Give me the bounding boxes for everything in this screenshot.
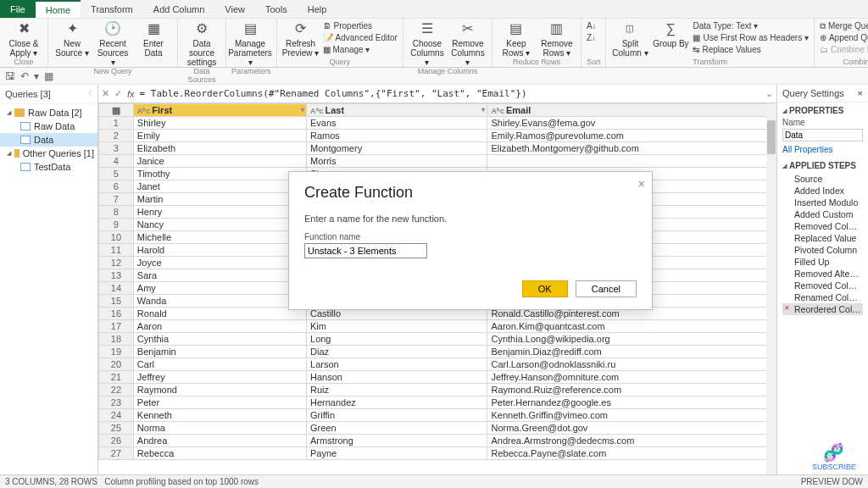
table-row[interactable]: 27RebeccaPayneRebecca.Payne@slate.com [99, 447, 776, 460]
first-row-headers-button[interactable]: ▦Use First Row as Headers ▾ [693, 32, 808, 44]
formula-confirm-icon[interactable]: ✓ [114, 88, 122, 99]
col-header-last[interactable]: AᵇcLast▾ [307, 104, 487, 117]
cell-last[interactable]: Morris [307, 155, 487, 168]
row-number[interactable]: 26 [99, 435, 134, 447]
merge-queries-button[interactable]: ⧉Merge Queries ▾ [820, 20, 868, 32]
applied-step[interactable]: Removed Alternate [782, 268, 863, 280]
cell-first[interactable]: Rebecca [133, 447, 306, 460]
cell-first[interactable]: Cynthia [133, 333, 306, 346]
cell-first[interactable]: Kenneth [133, 409, 306, 422]
table-row[interactable]: 17AaronKimAaron.Kim@quantcast.com [99, 320, 776, 333]
table-row[interactable]: 21JeffreyHansonJeffrey.Hanson@omniture.c… [99, 371, 776, 384]
col-header-first[interactable]: AᵇcFirst▾ [133, 104, 306, 117]
cell-last[interactable]: Larson [307, 358, 487, 371]
keep-rows-button[interactable]: ▤Keep Rows ▾ [498, 20, 535, 58]
properties-header[interactable]: PROPERTIES [782, 106, 863, 115]
applied-step[interactable]: Renamed Columns [782, 291, 863, 303]
cell-email[interactable]: Kenneth.Griffin@vimeo.com [487, 409, 776, 422]
cell-email[interactable]: Carl.Larson@odnoklassniki.ru [487, 358, 776, 371]
close-apply-button[interactable]: ✖Close & Apply ▾ [5, 20, 42, 58]
cell-last[interactable]: Payne [307, 447, 487, 460]
cell-first[interactable]: Sara [133, 269, 306, 282]
cell-first[interactable]: Martin [133, 193, 306, 206]
tab-help[interactable]: Help [298, 0, 337, 18]
cell-email[interactable]: Peter.Hernandez@google.es [487, 396, 776, 409]
applied-step[interactable]: Removed Columns [782, 220, 863, 232]
table-row[interactable]: 2EmilyRamosEmily.Ramos@purevolume.com [99, 130, 776, 142]
save-icon[interactable]: 🖫 [5, 70, 15, 82]
cell-first[interactable]: Emily [133, 130, 306, 142]
row-number[interactable]: 14 [99, 282, 134, 295]
tree-folder-rawdata[interactable]: ◢Raw Data [2] [0, 106, 97, 119]
row-number[interactable]: 12 [99, 257, 134, 269]
data-source-settings-button[interactable]: ⚙Data source settings [183, 20, 220, 67]
row-number[interactable]: 4 [99, 155, 134, 168]
enter-data-button[interactable]: ▦Enter Data [135, 20, 172, 58]
tab-addcolumn[interactable]: Add Column [143, 0, 215, 18]
cell-email[interactable]: Raymond.Ruiz@reference.com [487, 384, 776, 396]
applied-steps-header[interactable]: APPLIED STEPS [782, 161, 863, 170]
cell-last[interactable]: Armstrong [307, 435, 487, 447]
tab-view[interactable]: View [214, 0, 255, 18]
cell-first[interactable]: Timothy [133, 168, 306, 180]
row-number[interactable]: 16 [99, 308, 134, 320]
row-number[interactable]: 27 [99, 447, 134, 460]
cell-first[interactable]: Nancy [133, 219, 306, 231]
sort-asc-button[interactable]: A↓ [587, 20, 597, 32]
tree-item-testdata[interactable]: TestData [0, 160, 97, 174]
row-number[interactable]: 7 [99, 193, 134, 206]
scrollbar-thumb[interactable] [767, 120, 776, 154]
tab-tools[interactable]: Tools [255, 0, 298, 18]
corner-cell[interactable]: ▦ [99, 104, 134, 117]
cell-email[interactable]: Rebecca.Payne@slate.com [487, 447, 776, 460]
cell-first[interactable]: Raymond [133, 384, 306, 396]
choose-columns-button[interactable]: ☰Choose Columns ▾ [409, 20, 446, 67]
applied-step[interactable]: Filled Up [782, 256, 863, 268]
manage-button[interactable]: ▦Manage ▾ [323, 44, 398, 56]
cell-email[interactable]: Emily.Ramos@purevolume.com [487, 130, 776, 142]
cell-email[interactable]: Elizabeth.Montgomery@github.com [487, 142, 776, 155]
advanced-editor-button[interactable]: 📝Advanced Editor [323, 32, 398, 44]
cell-first[interactable]: Aaron [133, 320, 306, 333]
cell-last[interactable]: Kim [307, 320, 487, 333]
cell-first[interactable]: Norma [133, 422, 306, 435]
cell-last[interactable]: Ruiz [307, 384, 487, 396]
tab-home[interactable]: Home [36, 0, 81, 18]
table-row[interactable]: 26AndreaArmstrongAndrea.Armstrong@dedecm… [99, 435, 776, 447]
cell-email[interactable]: Norma.Green@dot.gov [487, 422, 776, 435]
table-row[interactable]: 23PeterHernandezPeter.Hernandez@google.e… [99, 396, 776, 409]
table-row[interactable]: 25NormaGreenNorma.Green@dot.gov [99, 422, 776, 435]
row-number[interactable]: 3 [99, 142, 134, 155]
tree-item-rawdata[interactable]: Raw Data [0, 119, 97, 133]
close-pane-icon[interactable]: × [858, 88, 863, 98]
applied-step[interactable]: Added Custom [782, 208, 863, 220]
group-by-button[interactable]: ∑Group By [652, 20, 689, 48]
cell-last[interactable]: Long [307, 333, 487, 346]
applied-step[interactable]: Added Index [782, 185, 863, 197]
table-row[interactable]: 18CynthiaLongCynthia.Long@wikipedia.org [99, 333, 776, 346]
cell-first[interactable]: Joyce [133, 257, 306, 269]
cell-last[interactable]: Evans [307, 117, 487, 130]
formula-cancel-icon[interactable]: ✕ [102, 88, 109, 99]
row-number[interactable]: 17 [99, 320, 134, 333]
new-source-button[interactable]: ✦New Source ▾ [53, 20, 91, 58]
cell-email[interactable]: Cynthia.Long@wikipedia.org [487, 333, 776, 346]
cell-first[interactable]: Harold [133, 244, 306, 257]
combine-files-button[interactable]: 🗂Combine Files [820, 44, 868, 56]
row-number[interactable]: 6 [99, 180, 134, 193]
function-name-input[interactable] [304, 243, 427, 258]
cell-first[interactable]: Shirley [133, 117, 306, 130]
cell-last[interactable]: Hanson [307, 371, 487, 384]
tab-transform[interactable]: Transform [81, 0, 143, 18]
row-number[interactable]: 21 [99, 371, 134, 384]
row-number[interactable]: 5 [99, 168, 134, 180]
cell-email[interactable]: Benjamin.Diaz@rediff.com [487, 346, 776, 358]
cell-first[interactable]: Michelle [133, 231, 306, 244]
cell-first[interactable]: Jeffrey [133, 371, 306, 384]
sort-desc-button[interactable]: Z↓ [587, 32, 597, 44]
cell-first[interactable]: Amy [133, 282, 306, 295]
cell-email[interactable]: Jeffrey.Hanson@omniture.com [487, 371, 776, 384]
ok-button[interactable]: OK [522, 280, 568, 297]
applied-step[interactable]: Removed Columns1 [782, 280, 863, 291]
formula-expand-icon[interactable]: ⌄ [765, 88, 773, 99]
